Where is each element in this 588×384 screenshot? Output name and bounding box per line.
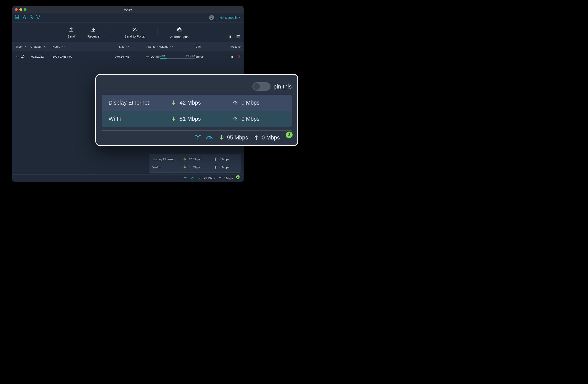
row-actions: ✕ [218,55,240,59]
columns-button[interactable] [236,35,240,40]
svg-point-2 [180,30,181,30]
divider [102,130,292,131]
speedometer-icon[interactable] [190,176,195,181]
svg-rect-4 [237,36,240,38]
sort-icon: ▲▼ [126,46,129,47]
upload-icon [68,26,74,32]
arrow-up-icon [253,134,259,141]
list-item[interactable]: Display Ethernet 42 Mbps 0 Mbps [149,155,241,163]
cancel-row-button[interactable]: ✕ [238,55,240,59]
col-size[interactable]: Size▲▼ [105,45,129,48]
chevron-down-icon: ▾ [239,16,240,19]
multipath-icon[interactable] [183,176,187,181]
row-priority-label: Default [151,55,160,58]
col-status[interactable]: Status▲▼ [160,45,195,48]
close-window-button[interactable] [15,8,18,11]
traffic-lights [15,6,26,13]
network-stats-popover: pin this Display Ethernet 42 Mbps 0 Mbps… [95,74,298,146]
download-small-icon [16,55,19,59]
popover-download-rate: 95 Mbps [227,134,248,141]
iface-down: 42 Mbps [180,100,201,106]
arrow-down-icon [170,100,176,106]
sort-icon: ▲▼ [23,46,26,47]
speedometer-icon[interactable] [206,134,213,141]
pin-toggle[interactable] [252,82,271,91]
status-bar: 95 Mbps 0 Mbps 2 [12,174,244,182]
send-label: Send [67,34,75,38]
list-item[interactable]: Display Ethernet 42 Mbps 0 Mbps [102,95,292,111]
row-percent: 20% [160,54,165,57]
pin-toggle-label: pin this [273,83,292,90]
col-created[interactable]: Created▲▼ [30,45,53,48]
interface-list: Display Ethernet 42 Mbps 0 Mbps Wi-Fi 51… [102,95,292,127]
list-item[interactable]: Wi-Fi 51 Mbps 0 Mbps [149,163,241,171]
list-item[interactable]: Wi-Fi 51 Mbps 0 Mbps [102,111,292,127]
pause-all-button[interactable] [228,35,232,40]
arrow-down-icon [183,165,187,169]
arrow-up-icon [213,165,218,169]
signin-label: Not signed in [220,16,238,20]
receive-button[interactable]: Receive [87,26,99,38]
arrow-down-icon [198,176,202,181]
svg-point-1 [178,30,179,30]
iface-up: 0 Mbps [220,158,229,161]
help-icon[interactable]: ? [209,15,214,20]
window-titlebar: MASV [12,6,244,13]
svg-point-6 [22,56,23,57]
download-icon [90,26,96,32]
row-priority[interactable]: Default [129,55,160,58]
main-toolbar: Send Receive Send to Portal Automations [12,22,244,42]
signin-dropdown[interactable]: Not signed in ▾ [220,16,240,20]
col-name[interactable]: Name▲▼ [53,45,105,48]
footer-download-rate: 95 Mbps [204,176,215,180]
iface-name: Wi-Fi [152,166,183,169]
pause-icon [228,35,232,39]
col-priority[interactable]: Priority▲▼ [129,45,160,48]
connection-count-badge: 2 [236,175,240,179]
col-eta: ETA [195,45,218,48]
receive-label: Receive [87,34,99,38]
columns-icon [236,35,240,39]
arrow-down-icon [170,116,176,122]
footer-download: 95 Mbps [198,176,215,181]
iface-name: Display Ethernet [108,100,170,106]
pause-row-button[interactable] [230,55,234,59]
brand-text: MASV [15,14,43,21]
arrow-up-icon [232,100,238,106]
progress-bar [160,58,195,59]
priority-default-icon [146,57,149,57]
arrow-down-icon [218,134,225,141]
robot-icon [176,26,183,33]
iface-down: 51 Mbps [189,166,200,169]
automations-button[interactable]: Automations [170,26,189,39]
minimize-window-button[interactable] [20,8,22,11]
iface-name: Wi-Fi [108,116,170,122]
user-circle-icon [21,55,25,59]
sort-icon: ▲▼ [42,46,45,47]
col-type[interactable]: Type▲▼ [16,45,30,48]
footer-upload: 0 Mbps [218,176,233,181]
row-size: 976.56 MB [105,55,129,58]
row-type [16,55,30,59]
zoom-window-button[interactable] [24,8,26,11]
col-actions: Actions [218,45,240,48]
network-stats-popover-small: Display Ethernet 42 Mbps 0 Mbps Wi-Fi 51… [149,154,241,172]
iface-up: 0 Mbps [220,166,229,169]
brand-logo: MASV [15,14,43,21]
connection-count-badge: 2 [286,131,293,138]
svg-point-3 [179,27,180,28]
table-row[interactable]: 7/13/2022 1024 1MB files 976.56 MB Defau… [12,51,244,62]
sort-icon: ▲▼ [170,46,173,47]
footer-upload-rate: 0 Mbps [224,176,233,180]
arrow-up-icon [213,157,218,161]
row-eta: 1m 9s [195,55,218,58]
send-button[interactable]: Send [67,26,75,38]
iface-up: 0 Mbps [241,116,259,122]
arrow-up-icon [232,116,238,122]
send-to-portal-button[interactable]: Send to Portal [124,26,145,38]
popover-download: 95 Mbps [218,134,248,141]
iface-up: 0 Mbps [241,100,259,106]
multipath-icon[interactable] [194,134,202,141]
iface-down: 42 Mbps [189,158,200,161]
row-name: 1024 1MB files [53,55,105,58]
